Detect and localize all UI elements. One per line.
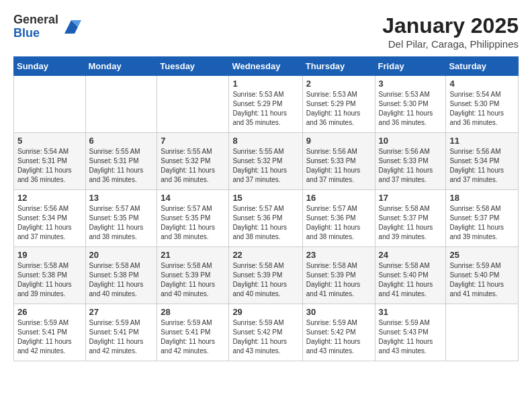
calendar-cell: 6Sunrise: 5:55 AM Sunset: 5:31 PM Daylig…	[85, 133, 157, 190]
calendar-cell: 22Sunrise: 5:58 AM Sunset: 5:39 PM Dayli…	[229, 247, 302, 304]
calendar-cell: 29Sunrise: 5:59 AM Sunset: 5:42 PM Dayli…	[229, 304, 302, 361]
day-info: Sunrise: 5:53 AM Sunset: 5:29 PM Dayligh…	[232, 90, 298, 128]
day-info: Sunrise: 5:54 AM Sunset: 5:30 PM Dayligh…	[449, 90, 515, 128]
day-number: 31	[379, 307, 443, 317]
location: Del Pilar, Caraga, Philippines	[382, 38, 519, 50]
calendar-cell: 19Sunrise: 5:58 AM Sunset: 5:38 PM Dayli…	[14, 247, 86, 304]
day-info: Sunrise: 5:55 AM Sunset: 5:31 PM Dayligh…	[89, 147, 154, 185]
day-number: 4	[449, 79, 515, 89]
day-number: 21	[161, 250, 225, 260]
day-info: Sunrise: 5:58 AM Sunset: 5:40 PM Dayligh…	[379, 261, 443, 299]
weekday-header-wednesday: Wednesday	[229, 57, 302, 76]
calendar-cell: 12Sunrise: 5:56 AM Sunset: 5:34 PM Dayli…	[14, 190, 86, 247]
day-info: Sunrise: 5:56 AM Sunset: 5:33 PM Dayligh…	[306, 147, 371, 185]
month-title: January 2025	[382, 13, 519, 38]
week-row-1: 1Sunrise: 5:53 AM Sunset: 5:29 PM Daylig…	[14, 76, 519, 133]
calendar-cell	[446, 304, 519, 361]
calendar-cell: 25Sunrise: 5:59 AM Sunset: 5:40 PM Dayli…	[446, 247, 519, 304]
day-number: 9	[306, 136, 371, 146]
day-info: Sunrise: 5:53 AM Sunset: 5:30 PM Dayligh…	[379, 90, 443, 128]
day-number: 3	[379, 79, 443, 89]
day-number: 23	[306, 250, 371, 260]
day-number: 1	[232, 79, 298, 89]
calendar-cell: 16Sunrise: 5:57 AM Sunset: 5:36 PM Dayli…	[302, 190, 375, 247]
logo-blue: Blue	[13, 27, 58, 40]
calendar-cell: 13Sunrise: 5:57 AM Sunset: 5:35 PM Dayli…	[85, 190, 157, 247]
day-info: Sunrise: 5:59 AM Sunset: 5:42 PM Dayligh…	[306, 318, 371, 356]
week-row-3: 12Sunrise: 5:56 AM Sunset: 5:34 PM Dayli…	[14, 190, 519, 247]
weekday-header-monday: Monday	[85, 57, 157, 76]
day-number: 8	[232, 136, 298, 146]
day-number: 7	[161, 136, 225, 146]
calendar-cell: 10Sunrise: 5:56 AM Sunset: 5:33 PM Dayli…	[375, 133, 446, 190]
logo: General Blue	[13, 13, 81, 40]
calendar-cell: 23Sunrise: 5:58 AM Sunset: 5:39 PM Dayli…	[302, 247, 375, 304]
weekday-header-tuesday: Tuesday	[157, 57, 229, 76]
day-number: 19	[17, 250, 82, 260]
day-number: 16	[306, 193, 371, 203]
calendar-cell: 4Sunrise: 5:54 AM Sunset: 5:30 PM Daylig…	[446, 76, 519, 133]
calendar-cell: 9Sunrise: 5:56 AM Sunset: 5:33 PM Daylig…	[302, 133, 375, 190]
calendar-cell: 5Sunrise: 5:54 AM Sunset: 5:31 PM Daylig…	[14, 133, 86, 190]
day-number: 2	[306, 79, 371, 89]
day-info: Sunrise: 5:58 AM Sunset: 5:37 PM Dayligh…	[379, 204, 443, 242]
day-number: 6	[89, 136, 154, 146]
week-row-4: 19Sunrise: 5:58 AM Sunset: 5:38 PM Dayli…	[14, 247, 519, 304]
day-number: 25	[449, 250, 515, 260]
day-info: Sunrise: 5:58 AM Sunset: 5:39 PM Dayligh…	[161, 261, 225, 299]
day-number: 12	[17, 193, 82, 203]
calendar-cell: 20Sunrise: 5:58 AM Sunset: 5:38 PM Dayli…	[85, 247, 157, 304]
day-number: 10	[379, 136, 443, 146]
day-number: 27	[89, 307, 154, 317]
day-info: Sunrise: 5:58 AM Sunset: 5:39 PM Dayligh…	[232, 261, 298, 299]
day-info: Sunrise: 5:59 AM Sunset: 5:43 PM Dayligh…	[379, 318, 443, 356]
calendar: SundayMondayTuesdayWednesdayThursdayFrid…	[13, 56, 519, 361]
day-number: 30	[306, 307, 371, 317]
calendar-cell: 14Sunrise: 5:57 AM Sunset: 5:35 PM Dayli…	[157, 190, 229, 247]
day-info: Sunrise: 5:56 AM Sunset: 5:34 PM Dayligh…	[449, 147, 515, 185]
day-info: Sunrise: 5:57 AM Sunset: 5:35 PM Dayligh…	[161, 204, 225, 242]
week-row-5: 26Sunrise: 5:59 AM Sunset: 5:41 PM Dayli…	[14, 304, 519, 361]
day-number: 29	[232, 307, 298, 317]
day-info: Sunrise: 5:56 AM Sunset: 5:33 PM Dayligh…	[379, 147, 443, 185]
calendar-cell: 21Sunrise: 5:58 AM Sunset: 5:39 PM Dayli…	[157, 247, 229, 304]
weekday-header-thursday: Thursday	[302, 57, 375, 76]
weekday-header-row: SundayMondayTuesdayWednesdayThursdayFrid…	[14, 57, 519, 76]
day-number: 17	[379, 193, 443, 203]
logo-general: General	[13, 13, 58, 27]
day-info: Sunrise: 5:57 AM Sunset: 5:36 PM Dayligh…	[232, 204, 298, 242]
day-number: 14	[161, 193, 225, 203]
calendar-cell: 11Sunrise: 5:56 AM Sunset: 5:34 PM Dayli…	[446, 133, 519, 190]
calendar-cell: 24Sunrise: 5:58 AM Sunset: 5:40 PM Dayli…	[375, 247, 446, 304]
day-info: Sunrise: 5:55 AM Sunset: 5:32 PM Dayligh…	[232, 147, 298, 185]
calendar-cell: 31Sunrise: 5:59 AM Sunset: 5:43 PM Dayli…	[375, 304, 446, 361]
week-row-2: 5Sunrise: 5:54 AM Sunset: 5:31 PM Daylig…	[14, 133, 519, 190]
day-info: Sunrise: 5:58 AM Sunset: 5:37 PM Dayligh…	[449, 204, 515, 242]
day-number: 20	[89, 250, 154, 260]
day-info: Sunrise: 5:59 AM Sunset: 5:42 PM Dayligh…	[232, 318, 298, 356]
day-number: 26	[17, 307, 82, 317]
day-info: Sunrise: 5:58 AM Sunset: 5:39 PM Dayligh…	[306, 261, 371, 299]
calendar-cell: 2Sunrise: 5:53 AM Sunset: 5:29 PM Daylig…	[302, 76, 375, 133]
day-info: Sunrise: 5:56 AM Sunset: 5:34 PM Dayligh…	[17, 204, 82, 242]
calendar-cell	[14, 76, 86, 133]
calendar-cell: 30Sunrise: 5:59 AM Sunset: 5:42 PM Dayli…	[302, 304, 375, 361]
calendar-cell: 26Sunrise: 5:59 AM Sunset: 5:41 PM Dayli…	[14, 304, 86, 361]
day-number: 28	[161, 307, 225, 317]
calendar-cell: 15Sunrise: 5:57 AM Sunset: 5:36 PM Dayli…	[229, 190, 302, 247]
page-header: General Blue January 2025 Del Pilar, Car…	[13, 13, 519, 50]
day-info: Sunrise: 5:59 AM Sunset: 5:41 PM Dayligh…	[17, 318, 82, 356]
calendar-cell: 1Sunrise: 5:53 AM Sunset: 5:29 PM Daylig…	[229, 76, 302, 133]
calendar-cell	[157, 76, 229, 133]
day-info: Sunrise: 5:57 AM Sunset: 5:36 PM Dayligh…	[306, 204, 371, 242]
day-number: 11	[449, 136, 515, 146]
calendar-cell	[85, 76, 157, 133]
day-info: Sunrise: 5:57 AM Sunset: 5:35 PM Dayligh…	[89, 204, 154, 242]
calendar-cell: 7Sunrise: 5:55 AM Sunset: 5:32 PM Daylig…	[157, 133, 229, 190]
calendar-cell: 28Sunrise: 5:59 AM Sunset: 5:41 PM Dayli…	[157, 304, 229, 361]
day-info: Sunrise: 5:54 AM Sunset: 5:31 PM Dayligh…	[17, 147, 82, 185]
day-number: 13	[89, 193, 154, 203]
weekday-header-saturday: Saturday	[446, 57, 519, 76]
day-number: 15	[232, 193, 298, 203]
day-info: Sunrise: 5:59 AM Sunset: 5:41 PM Dayligh…	[89, 318, 154, 356]
